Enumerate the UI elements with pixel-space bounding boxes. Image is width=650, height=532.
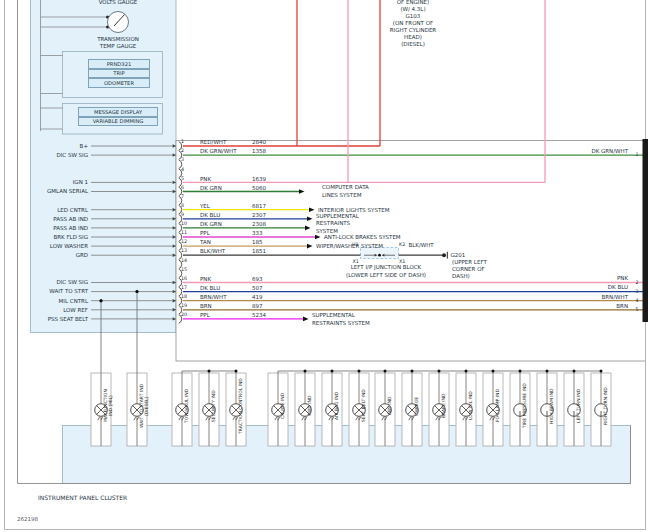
note-line: (DIESEL) bbox=[383, 41, 443, 48]
text-layer: VOLTS GAUGE TRANSMISSION TEMP GAUGE PRND… bbox=[0, 0, 650, 532]
srs-system-label: SUPPLEMENTAL RESTRAINTS SYSTEM bbox=[316, 213, 359, 236]
pin-left-label: DIC SW SIG bbox=[0, 279, 88, 286]
wire-color-label: DK BLU bbox=[200, 212, 220, 219]
indicator-label: BRAKE IND bbox=[441, 365, 453, 447]
wire-circuit-number: 185 bbox=[252, 239, 263, 246]
pin-number: 3 bbox=[181, 157, 184, 163]
wire-circuit-number: 897 bbox=[252, 303, 263, 310]
indicator-label: AIR BAG IND bbox=[334, 365, 346, 447]
note-line: RIGHT CYLINDER bbox=[383, 27, 443, 34]
wire-circuit-number: 5060 bbox=[252, 185, 266, 192]
indicator-label: LOW OIL IND bbox=[468, 365, 480, 447]
wire-color-label: TAN bbox=[200, 239, 211, 246]
pin-number: 7 bbox=[181, 194, 184, 200]
pin-number: 19 bbox=[181, 303, 187, 309]
wire-color-label: PPL bbox=[200, 230, 210, 237]
indicator-label: WAIT TO START IND (DIESEL) bbox=[139, 365, 151, 447]
pin-number: 1 bbox=[181, 139, 184, 145]
wire-color-label: RED/WHT bbox=[200, 139, 226, 146]
pin-number: 13 bbox=[181, 248, 187, 254]
trip-display: TRIP bbox=[88, 69, 150, 79]
indicator-label: MALFUNCTION IND (MIL) bbox=[103, 365, 115, 447]
pin-left-label: B+ bbox=[0, 143, 88, 150]
wire-color-label: BLK/WHT bbox=[200, 248, 225, 255]
pin-left-label: LED CNTRL bbox=[0, 207, 88, 214]
pin-number: 14 bbox=[181, 258, 187, 264]
indicator-label: SEAT BELT IND bbox=[361, 365, 373, 447]
wire-circuit-number: 693 bbox=[252, 276, 263, 283]
pin-number: 5 bbox=[181, 176, 184, 182]
exit-pin-number: 2 bbox=[636, 280, 639, 286]
wiring-diagram-page: VOLTS GAUGE TRANSMISSION TEMP GAUGE PRND… bbox=[0, 0, 650, 532]
indicator-label: LEFT TURN IND bbox=[576, 365, 588, 447]
wire-circuit-number: 5234 bbox=[252, 312, 266, 319]
wire-circuit-number: 333 bbox=[252, 230, 263, 237]
exit-wire-label: PNK bbox=[508, 275, 628, 282]
pin-left-label: GRD bbox=[0, 252, 88, 259]
engine-ground-note: OF ENGINE) (W/ 4.3L) G103 (ON FRONT OF R… bbox=[383, 0, 443, 48]
pin-number: 15 bbox=[181, 267, 187, 273]
pin-number: 8 bbox=[181, 203, 184, 209]
wiper-washer-system-label: WIPER/WASHER SYSTEM bbox=[316, 243, 383, 250]
indicator-label: HIGH BEAM IND bbox=[549, 365, 561, 447]
indicator-label: TRACTION CONTROL IND bbox=[238, 365, 250, 447]
wire-color-label: DK GRN/WHT bbox=[200, 148, 237, 155]
pin-number: 2 bbox=[181, 148, 184, 154]
pin-left-label: LOW REF bbox=[0, 307, 88, 314]
wire-circuit-number: 1358 bbox=[252, 148, 266, 155]
pin-number: 12 bbox=[181, 239, 187, 245]
junction-pin-h1: H1 bbox=[352, 242, 359, 248]
note-line: (W/ 4.3L) bbox=[383, 6, 443, 13]
pin-left-label: BRK FLD SIG bbox=[0, 234, 88, 241]
indicator-label: RIGHT TURN IND bbox=[603, 365, 615, 447]
variable-dimming-display: VARIABLE DIMMING bbox=[78, 117, 158, 127]
wire-circuit-number: 2307 bbox=[252, 212, 266, 219]
wire-color-label: BRN bbox=[200, 303, 212, 310]
junction-pin-k2: K2 bbox=[399, 242, 405, 248]
indicator-label: SECURITY IND bbox=[211, 365, 223, 447]
ground-location-label: (UPPER LEFT CORNER OF DASH) bbox=[452, 259, 487, 281]
pin-number: 6 bbox=[181, 185, 184, 191]
note-line: HEAD) bbox=[383, 34, 443, 41]
ground-name-label: G201 bbox=[451, 252, 466, 259]
note-line: G103 bbox=[383, 13, 443, 20]
doc-number: 262198 bbox=[17, 516, 38, 523]
junction-block-caption: LEFT I/P JUNCTION BLOCK (LOWER LEFT SIDE… bbox=[338, 264, 434, 280]
indicator-label: TIRE PRESSURE IND bbox=[522, 365, 534, 447]
pin-number: 9 bbox=[181, 212, 184, 218]
wire-color-label: PNK bbox=[200, 176, 211, 183]
wire-color-label: DK GRN bbox=[200, 221, 222, 228]
exit-wire-label: BRN bbox=[508, 303, 628, 310]
pin-left-label: PASS AB IND bbox=[0, 216, 88, 223]
pin-left-label: DIC SW SIG bbox=[0, 152, 88, 159]
wire-circuit-number: 6817 bbox=[252, 203, 266, 210]
pin-left-label: IGN 1 bbox=[0, 179, 88, 186]
wire-color-label: PPL bbox=[200, 312, 210, 319]
component-title: INSTRUMENT PANEL CLUSTER bbox=[38, 494, 127, 502]
odometer-display: ODOMETER bbox=[88, 78, 150, 88]
volts-gauge-label: VOLTS GAUGE bbox=[73, 0, 163, 6]
pin-left-label: PASS AB IND bbox=[0, 225, 88, 232]
pin-left-label: PSS SEAT BELT bbox=[0, 316, 88, 323]
note-line: (ON FRONT OF bbox=[383, 20, 443, 27]
message-display: MESSAGE DISPLAY bbox=[78, 107, 158, 117]
exit-pin-number: 3 bbox=[636, 289, 639, 295]
pin-left-label: LOW WASHER bbox=[0, 243, 88, 250]
indicator-label: CHARGE bbox=[414, 365, 426, 447]
pin-left-label: WAIT TO STRT bbox=[0, 288, 88, 295]
indicator-label: FOG LAMP IND bbox=[495, 365, 507, 447]
pin-left-label: GMLAN SERIAL bbox=[0, 188, 88, 195]
wire-color-label: BRN/WHT bbox=[200, 294, 227, 301]
transmission-temp-gauge-label: TRANSMISSION TEMP GAUGE bbox=[73, 36, 163, 50]
wire-color-label: PNK bbox=[200, 276, 211, 283]
wire-circuit-number: 2840 bbox=[252, 139, 266, 146]
computer-data-system-label: COMPUTER DATA LINES SYSTEM bbox=[322, 184, 369, 199]
pin-number: 20 bbox=[181, 312, 187, 318]
blkwht-wire-label: BLK/WHT bbox=[409, 242, 434, 249]
indicator-label: ABS IND bbox=[387, 365, 399, 447]
wire-circuit-number: 1639 bbox=[252, 176, 266, 183]
exit-wire-label: DK BLU bbox=[508, 284, 628, 291]
exit-wire-label: BRN/WHT bbox=[508, 294, 628, 301]
indicator-label: CRUISE IND bbox=[280, 365, 292, 447]
pin-number: 4 bbox=[181, 167, 184, 173]
